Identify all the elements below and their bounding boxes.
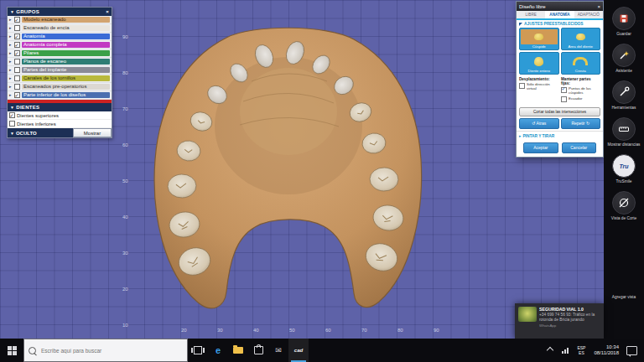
tool-trusmile[interactable]: Tru TruSmile <box>605 154 643 184</box>
mail-button[interactable]: ✉ <box>268 339 288 362</box>
group-visibility-checkbox[interactable] <box>14 34 20 39</box>
group-row[interactable]: ▸ Modelo escaneado <box>8 16 112 24</box>
group-label[interactable]: Canales de los tornillos <box>22 75 110 81</box>
tab-libre[interactable]: LIBRE <box>517 11 545 18</box>
tool-vista-de-corte[interactable]: Vista de Corte <box>605 191 643 220</box>
dental-arch-model[interactable] <box>117 13 453 327</box>
group-visibility-checkbox[interactable] <box>14 67 20 73</box>
preset-area-diente[interactable]: Área del diente <box>561 28 601 50</box>
tool-mostrar-distancias[interactable]: Mostrar distancias <box>605 117 643 147</box>
teeth-row[interactable]: Dientes superiores <box>8 111 112 120</box>
task-view-button[interactable] <box>188 339 208 362</box>
dialog-titlebar[interactable]: Diseño libre × <box>517 2 603 11</box>
groups-panel-header[interactable]: ▼ GRUPOS × <box>8 8 112 16</box>
collapse-icon[interactable]: ▼ <box>10 105 14 110</box>
exocad-app-button[interactable]: cad <box>288 339 309 362</box>
tray-chevron-up-icon[interactable] <box>547 347 553 354</box>
expand-icon[interactable]: ▸ <box>9 68 13 72</box>
solo-direccion-checkbox[interactable] <box>519 83 525 89</box>
taskbar-clock[interactable]: 10:34 08/11/2018 <box>594 344 619 357</box>
group-row[interactable]: ▸ Partes del implante <box>8 66 112 75</box>
group-visibility-checkbox[interactable] <box>14 92 20 98</box>
collapse-icon[interactable]: ▼ <box>10 9 14 14</box>
mostrar-button[interactable]: Mostrar <box>73 128 112 137</box>
expand-icon[interactable]: ▸ <box>9 76 13 80</box>
teeth-row[interactable]: Dientes inferiores <box>8 120 112 128</box>
group-visibility-checkbox[interactable] <box>14 50 20 56</box>
teeth-row-label[interactable]: Dientes inferiores <box>17 122 56 127</box>
expand-icon[interactable]: ▸ <box>9 18 13 22</box>
group-visibility-checkbox[interactable] <box>14 42 20 48</box>
action-center-icon[interactable] <box>626 346 637 355</box>
expand-icon[interactable]: ▸ <box>9 51 13 55</box>
group-visibility-checkbox[interactable] <box>14 75 20 81</box>
collapse-icon[interactable]: ▼ <box>10 131 14 136</box>
expand-icon[interactable]: ▸ <box>9 34 13 39</box>
tool-guardar[interactable]: Guardar <box>605 7 643 36</box>
group-label[interactable]: Modelo escaneado <box>22 17 110 23</box>
start-button[interactable] <box>0 339 23 362</box>
search-input[interactable] <box>39 347 183 354</box>
aceptar-button[interactable]: Aceptar <box>523 142 558 153</box>
expand-icon[interactable]: ▸ <box>9 85 13 89</box>
group-visibility-checkbox[interactable] <box>14 84 20 90</box>
file-explorer-button[interactable] <box>228 339 248 362</box>
group-label[interactable]: Partes del implante <box>22 67 110 73</box>
preset-cresta[interactable]: Cresta <box>561 52 601 75</box>
puntas-option[interactable]: Puntas de las cúspides <box>561 86 600 95</box>
puntas-checkbox[interactable] <box>561 87 567 93</box>
group-label[interactable]: Planos de escaneo <box>22 59 110 65</box>
group-row[interactable]: ▸ Anatomía <box>8 33 112 41</box>
expand-icon[interactable]: ▸ <box>9 59 13 64</box>
ecuador-checkbox[interactable] <box>561 96 567 102</box>
group-label[interactable]: Anatomía completa <box>22 42 110 48</box>
tab-adaptacion[interactable]: ADAPTACIÓ <box>574 11 603 18</box>
preset-diente-entero[interactable]: Diente entero <box>519 52 559 75</box>
group-row[interactable]: ▸ Escaneados pre-operatorios <box>8 83 112 91</box>
group-row[interactable]: ▸ Escaneado de encía <box>8 24 112 33</box>
teeth-row-label[interactable]: Dientes superiores <box>17 113 59 118</box>
close-icon[interactable]: × <box>106 9 109 14</box>
presets-section-header[interactable]: AJUSTES PREESTABLECIDOS <box>517 20 603 27</box>
atras-button[interactable]: ↺ Atras <box>519 118 559 129</box>
expand-icon: ▸ <box>519 134 521 138</box>
group-label[interactable]: Escaneados pre-operatorios <box>22 84 110 90</box>
group-visibility-checkbox[interactable] <box>14 25 20 31</box>
tool-herramientas[interactable]: Herramientas <box>605 80 643 110</box>
notification-toast[interactable]: SEGURIDAD VIAL 1.0 +34 699 74 56 93: Trá… <box>515 303 604 339</box>
group-row[interactable]: ▸ Planos de escaneo <box>8 58 112 66</box>
group-row[interactable]: ▸ Anatomía completa <box>8 41 112 49</box>
solo-direccion-option[interactable]: Sólo dirección virtual <box>519 82 558 90</box>
expand-icon[interactable]: ▸ <box>9 26 13 30</box>
pintar-section-header[interactable]: ▸ PINTAR Y TIRAR <box>517 131 603 141</box>
group-label[interactable]: Escaneado de encía <box>22 25 110 31</box>
expand-icon[interactable]: ▸ <box>9 93 13 97</box>
group-label[interactable]: Anatomía <box>22 34 110 39</box>
teeth-visibility-checkbox[interactable] <box>9 112 15 118</box>
tool-asistente[interactable]: Asistente <box>605 44 643 73</box>
group-row[interactable]: ▸ Canales de los tornillos <box>8 75 112 83</box>
network-icon[interactable] <box>562 348 569 354</box>
dientes-header[interactable]: ▼ DIENTES <box>8 103 112 111</box>
cortar-intersecciones-button[interactable]: Cortar todas las intersecciones <box>519 107 600 116</box>
expand-icon[interactable]: ▸ <box>9 43 13 47</box>
group-label[interactable]: Parte inferior de los diseños <box>22 92 110 98</box>
cancelar-button[interactable]: Cancelar <box>562 142 597 153</box>
tab-anatomia[interactable]: ANATOMÍA <box>545 11 574 18</box>
preset-cuspide[interactable]: Cúspide <box>519 28 559 50</box>
agregar-vista-button[interactable]: Agregar vista <box>605 294 643 300</box>
teeth-visibility-checkbox[interactable] <box>9 121 15 127</box>
repetir-button[interactable]: Repetir ↻ <box>561 118 601 129</box>
group-visibility-checkbox[interactable] <box>14 59 20 65</box>
edge-browser-button[interactable]: e <box>208 339 228 362</box>
store-button[interactable] <box>248 339 268 362</box>
close-icon[interactable]: × <box>597 4 600 9</box>
taskbar-search[interactable] <box>23 339 188 362</box>
ecuador-option[interactable]: Ecuador <box>561 96 600 103</box>
group-label[interactable]: Pilares <box>22 50 110 56</box>
oculto-header[interactable]: ▼ OCULTO <box>8 128 73 137</box>
group-row[interactable]: ▸ Parte inferior de los diseños <box>8 91 112 100</box>
language-indicator[interactable]: ESP ES <box>577 345 585 355</box>
group-visibility-checkbox[interactable] <box>14 17 20 23</box>
group-row[interactable]: ▸ Pilares <box>8 49 112 58</box>
